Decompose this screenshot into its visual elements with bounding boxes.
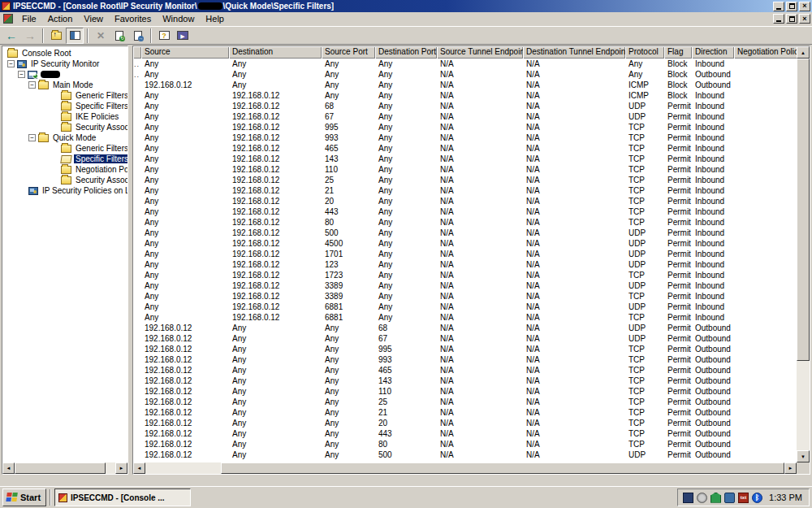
table-row[interactable]: 192.168.0.12AnyAny80N/AN/ATCPPermitOutbo…: [133, 439, 797, 449]
table-row[interactable]: Any192.168.0.1280AnyN/AN/ATCPPermitInbou…: [133, 217, 797, 228]
scrollbar-thumb[interactable]: [797, 59, 810, 361]
table-row[interactable]: Any192.168.0.121701AnyN/AN/AUDPPermitInb…: [133, 249, 797, 259]
table-row[interactable]: Any192.168.0.124500AnyN/AN/AUDPPermitInb…: [133, 238, 797, 249]
table-row[interactable]: Any192.168.0.1268AnyN/AN/AUDPPermitInbou…: [133, 101, 797, 111]
column-header-protocol[interactable]: Protocol: [625, 46, 664, 59]
child-minimize-button[interactable]: [773, 14, 784, 24]
table-row[interactable]: Any192.168.0.12123AnyN/AN/AUDPPermitInbo…: [133, 259, 797, 270]
table-row[interactable]: Any192.168.0.126881AnyN/AN/AUDPPermitInb…: [133, 302, 797, 312]
table-row[interactable]: ..AnyAnyAnyAnyN/AN/AAnyBlockOutbound: [133, 69, 797, 80]
scrollbar-thumb[interactable]: [221, 462, 784, 474]
restore-button[interactable]: [786, 2, 797, 11]
column-header-source-port[interactable]: Source Port: [322, 46, 375, 59]
tree-item-quick-mode[interactable]: −Quick Mode: [2, 132, 127, 143]
table-row[interactable]: 192.168.0.12AnyAny68N/AN/AUDPPermitOutbo…: [133, 323, 797, 333]
table-row[interactable]: 192.168.0.12AnyAny110N/AN/ATCPPermitOutb…: [133, 386, 797, 397]
tree-horizontal-scrollbar[interactable]: ◄ ►: [2, 462, 127, 474]
up-one-level-icon[interactable]: ↑: [47, 28, 65, 44]
table-row[interactable]: Any192.168.0.12AnyAnyN/AN/AICMPBlockInbo…: [133, 90, 797, 101]
table-row[interactable]: Any192.168.0.1220AnyN/AN/ATCPPermitInbou…: [133, 196, 797, 206]
tree-item-main-mode[interactable]: −Main Mode: [2, 80, 127, 90]
table-row[interactable]: Any192.168.0.126881AnyN/AN/ATCPPermitInb…: [133, 312, 797, 323]
tree-item-ip-security-monitor[interactable]: −IP Security Monitor: [2, 59, 127, 69]
child-restore-button[interactable]: [786, 14, 797, 24]
help-icon[interactable]: ?: [155, 28, 173, 44]
volume-display-icon[interactable]: [683, 493, 693, 503]
tree-item-security-associations[interactable]: Security Associations: [2, 175, 127, 185]
column-header-destination-port[interactable]: Destination Port: [375, 46, 437, 59]
scrollbar-thumb[interactable]: [15, 462, 106, 474]
table-row[interactable]: Any192.168.0.12500AnyN/AN/AUDPPermitInbo…: [133, 228, 797, 238]
child-close-button[interactable]: ×: [799, 14, 810, 24]
network-connection-icon[interactable]: [724, 493, 735, 503]
scroll-left-icon[interactable]: ◄: [133, 462, 145, 474]
tree-item-ike-policies[interactable]: IKE Policies: [2, 111, 127, 122]
table-row[interactable]: 192.168.0.12AnyAny993N/AN/ATCPPermitOutb…: [133, 354, 797, 365]
column-header-flag[interactable]: Flag: [664, 46, 692, 59]
table-row[interactable]: ..AnyAnyAnyAnyN/AN/AAnyBlockInbound: [133, 59, 797, 69]
scroll-right-icon[interactable]: ►: [784, 462, 797, 474]
show-window-icon[interactable]: ▶: [174, 28, 192, 44]
vpn-network-icon[interactable]: [710, 493, 721, 503]
tree-item-specific-filters[interactable]: Specific Filters: [2, 154, 127, 164]
table-row[interactable]: Any192.168.0.12995AnyN/AN/ATCPPermitInbo…: [133, 122, 797, 132]
column-header-destination[interactable]: Destination: [229, 46, 322, 59]
list-vertical-scrollbar[interactable]: ▲ ▼: [797, 46, 810, 462]
refresh-icon[interactable]: ↻: [110, 28, 128, 44]
tree-item-specific-filters[interactable]: Specific Filters: [2, 101, 127, 111]
column-header-source[interactable]: Source: [141, 46, 229, 59]
list-horizontal-scrollbar[interactable]: ◄ ►: [133, 462, 797, 474]
delete-icon[interactable]: ✕: [92, 28, 110, 44]
table-row[interactable]: Any192.168.0.12443AnyN/AN/ATCPPermitInbo…: [133, 206, 797, 217]
table-row[interactable]: Any192.168.0.1225AnyN/AN/ATCPPermitInbou…: [133, 175, 797, 185]
table-row[interactable]: 192.168.0.12AnyAny500N/AN/AUDPPermitOutb…: [133, 449, 797, 460]
menu-item-favorites[interactable]: Favorites: [109, 12, 157, 25]
column-header-negotiation-policy[interactable]: Negotiation Policy: [734, 46, 797, 59]
menu-item-help[interactable]: Help: [200, 12, 230, 25]
column-header-blank[interactable]: [133, 46, 141, 59]
tree-item-generic-filters[interactable]: Generic Filters: [2, 90, 127, 101]
table-row[interactable]: Any192.168.0.12993AnyN/AN/ATCPPermitInbo…: [133, 132, 797, 143]
column-header-source-tunnel-endpoint[interactable]: Source Tunnel Endpoint: [437, 46, 523, 59]
table-row[interactable]: Any192.168.0.123389AnyN/AN/AUDPPermitInb…: [133, 280, 797, 291]
table-row[interactable]: 192.168.0.12AnyAny20N/AN/ATCPPermitOutbo…: [133, 418, 797, 428]
table-row[interactable]: Any192.168.0.1221AnyN/AN/ATCPPermitInbou…: [133, 185, 797, 196]
table-row[interactable]: Any192.168.0.12143AnyN/AN/ATCPPermitInbo…: [133, 154, 797, 164]
table-row[interactable]: 192.168.0.12AnyAny443N/AN/ATCPPermitOutb…: [133, 428, 797, 439]
table-row[interactable]: Any192.168.0.1267AnyN/AN/AUDPPermitInbou…: [133, 111, 797, 122]
back-icon[interactable]: ←: [2, 28, 20, 44]
scroll-down-icon[interactable]: ▼: [797, 450, 810, 462]
scroll-up-icon[interactable]: ▲: [797, 46, 810, 59]
collapse-icon[interactable]: −: [18, 71, 25, 78]
table-row[interactable]: Any192.168.0.12465AnyN/AN/ATCPPermitInbo…: [133, 143, 797, 154]
table-row[interactable]: Any192.168.0.12110AnyN/AN/ATCPPermitInbo…: [133, 164, 797, 175]
collapse-icon[interactable]: −: [28, 81, 36, 89]
start-button[interactable]: Start: [2, 488, 46, 506]
column-header-destination-tunnel-endpoint[interactable]: Destination Tunnel Endpoint: [523, 46, 625, 59]
table-row[interactable]: 192.168.0.12AnyAny67N/AN/AUDPPermitOutbo…: [133, 333, 797, 344]
collapse-icon[interactable]: −: [28, 134, 36, 141]
column-header-direction[interactable]: Direction: [692, 46, 734, 59]
table-row[interactable]: 192.168.0.12AnyAny21N/AN/ATCPPermitOutbo…: [133, 407, 797, 418]
table-row[interactable]: 192.168.0.12AnyAny143N/AN/ATCPPermitOutb…: [133, 376, 797, 386]
table-row[interactable]: 192.168.0.12AnyAny995N/AN/ATCPPermitOutb…: [133, 344, 797, 354]
tree-item-console-root[interactable]: Console Root: [2, 48, 127, 59]
forward-icon[interactable]: →: [21, 28, 39, 44]
collapse-icon[interactable]: −: [7, 60, 15, 67]
menu-item-window[interactable]: Window: [157, 12, 200, 25]
tree-item-ip-security-policies-on-local-computer[interactable]: IP Security Policies on Local Computer: [2, 185, 127, 196]
minimize-button[interactable]: [773, 2, 784, 11]
table-row[interactable]: 192.168.0.12AnyAny25N/AN/ATCPPermitOutbo…: [133, 397, 797, 407]
tree-item-security-associations[interactable]: Security Associations: [2, 122, 127, 132]
scroll-left-icon[interactable]: ◄: [2, 462, 15, 474]
close-button[interactable]: ×: [799, 2, 810, 11]
tree-item-generic-filters[interactable]: Generic Filters: [2, 143, 127, 154]
lan-adapter-icon[interactable]: txt: [738, 493, 749, 503]
export-list-icon[interactable]: →: [129, 28, 147, 44]
bluetooth-icon[interactable]: ᛒ: [752, 493, 762, 503]
table-row[interactable]: Any192.168.0.121723AnyN/AN/ATCPPermitInb…: [133, 270, 797, 280]
menu-item-action[interactable]: Action: [42, 12, 79, 25]
menu-item-file[interactable]: File: [16, 12, 42, 25]
scroll-right-icon[interactable]: ►: [115, 462, 127, 474]
table-row[interactable]: 192.168.0.12AnyAnyAnyN/AN/AICMPBlockOutb…: [133, 80, 797, 90]
